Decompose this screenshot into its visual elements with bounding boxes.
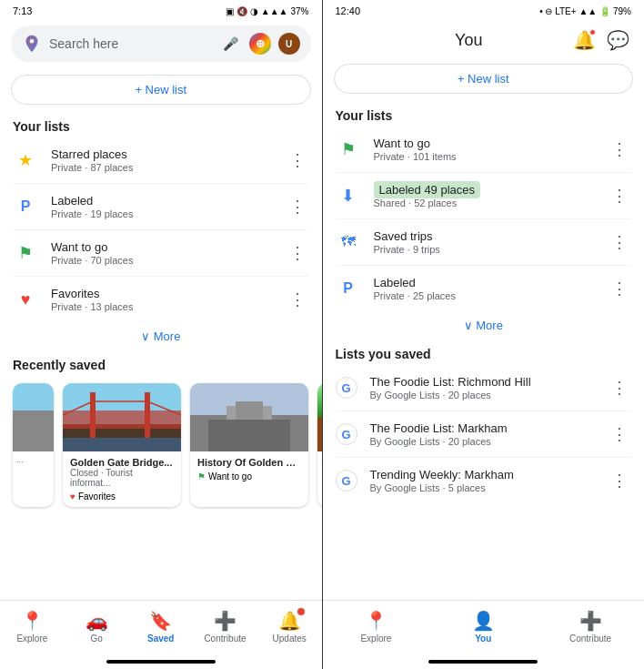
list-item-starred[interactable]: ★ Starred places Private · 87 places ⋮ [0, 137, 322, 183]
messages-icon[interactable]: 💬 [607, 29, 629, 51]
new-list-button[interactable]: + New list [11, 75, 311, 105]
lists-you-saved-title: Lists you saved [323, 340, 645, 365]
list-item-labeled[interactable]: P Labeled Private · 19 places ⋮ [0, 184, 322, 229]
right-battery: 79% [613, 6, 631, 16]
left-time: 7:13 [13, 5, 32, 16]
labeled-highlight-text: Labeled 49 places [374, 181, 481, 198]
golden-gate-tag: ♥ Favorites [70, 492, 174, 502]
history-image [190, 383, 308, 451]
right-list-item-labeled-highlight[interactable]: ⬇ Labeled 49 places Shared · 52 places ⋮ [323, 173, 645, 218]
saved-trips-name: Saved trips [374, 229, 596, 243]
nav-go[interactable]: 🚗 Go [65, 606, 129, 647]
right-nav-contribute[interactable]: ➕ Contribute [537, 606, 644, 647]
starred-meta: Private · 87 places [51, 162, 273, 173]
notifications-icon[interactable]: 🔔 [573, 29, 596, 51]
golden-gate-title: Golden Gate Bridge... [70, 457, 174, 468]
right-labeled-download-icon: ⬇ [336, 183, 361, 208]
saved-list-foodie-richmond[interactable]: G The Foodie List: Richmond Hill By Goog… [323, 365, 645, 411]
updates-label: Updates [273, 634, 307, 644]
right-you-icon: 👤 [472, 610, 495, 632]
notification-badge [589, 29, 596, 35]
history-tag: ⚑ Want to go [197, 471, 301, 481]
right-nav-you[interactable]: 👤 You [429, 606, 537, 647]
labeled-name: Labeled [51, 194, 273, 208]
saved-label: Saved [147, 634, 174, 644]
home-indicator-right [428, 660, 538, 664]
svg-rect-5 [145, 392, 150, 438]
nav-saved[interactable]: 🔖 Saved [128, 606, 193, 647]
right-status-bar: 12:40 • ⊖ LTE+ ▲▲ 🔋 79% [323, 0, 645, 20]
mic-icon[interactable]: 🎤 [220, 33, 242, 55]
want-to-go-tag-label: Want to go [208, 471, 252, 481]
lens-icon[interactable]: ⊕ [249, 33, 271, 55]
favorites-icon: ♥ [13, 287, 38, 312]
want-to-go-meta: Private · 70 places [51, 255, 273, 266]
right-labeled-detail: Private · 25 places [374, 290, 596, 301]
more-button[interactable]: ∨ More [0, 322, 322, 350]
foodie-markham-name: The Foodie List: Markham [370, 421, 596, 435]
svg-rect-14 [208, 420, 290, 451]
recently-saved-title: Recently saved [0, 350, 322, 376]
nav-explore[interactable]: 📍 Explore [0, 606, 65, 647]
saved-trips-more[interactable]: ⋮ [608, 228, 631, 256]
nav-contribute[interactable]: ➕ Contribute [193, 606, 257, 647]
saved-card-history[interactable]: History Of Golden G... ⚑ Want to go [190, 383, 308, 507]
saved-card-partial-left[interactable]: ... [13, 383, 54, 507]
left-phone: 7:13 ▣ 🔇 ◑ ▲▲▲ 37% Search here 🎤 ⊕ U + N… [0, 0, 323, 669]
right-contribute-icon: ➕ [579, 610, 602, 632]
trending-markham-name: Trending Weekly: Markham [370, 468, 596, 481]
right-new-list-button[interactable]: + New list [334, 64, 634, 94]
right-time: 12:40 [336, 5, 361, 16]
history-title: History Of Golden G... [197, 457, 301, 468]
labeled-more-icon[interactable]: ⋮ [286, 193, 309, 220]
starred-name: Starred places [51, 147, 273, 161]
nav-updates[interactable]: 🔔 Updates [257, 606, 322, 647]
foodie-markham-more[interactable]: ⋮ [608, 421, 631, 448]
search-input[interactable]: Search here [49, 36, 213, 51]
svg-rect-3 [63, 411, 181, 429]
foodie-richmond-more[interactable]: ⋮ [608, 374, 631, 401]
list-item-want-to-go[interactable]: ⚑ Want to go Private · 70 places ⋮ [0, 230, 322, 276]
search-bar[interactable]: Search here 🎤 ⊕ U [11, 25, 311, 62]
want-to-go-more-icon[interactable]: ⋮ [286, 239, 309, 267]
right-list-item-saved-trips[interactable]: 🗺 Saved trips Private · 9 trips ⋮ [323, 219, 645, 265]
favorites-tag-label: Favorites [78, 492, 116, 502]
battery-left: 37% [290, 6, 308, 16]
labeled-icon: P [13, 194, 38, 219]
favorites-more-icon[interactable]: ⋮ [286, 286, 309, 313]
google-g-icon-2: G [336, 423, 357, 445]
updates-icon-wrapper: 🔔 [278, 610, 301, 632]
saved-list-trending-markham[interactable]: G Trending Weekly: Markham By Google Lis… [323, 458, 645, 503]
go-label: Go [90, 634, 102, 644]
right-bottom-nav: 📍 Explore 👤 You ➕ Contribute [323, 600, 645, 656]
saved-icon: 🔖 [149, 610, 172, 632]
right-more-button[interactable]: ∨ More [323, 311, 645, 340]
home-indicator-left [106, 660, 216, 664]
starred-more-icon[interactable]: ⋮ [286, 147, 309, 174]
right-list-item-want-to-go[interactable]: ⚑ Want to go Private · 101 items ⋮ [323, 127, 645, 172]
trending-markham-more[interactable]: ⋮ [608, 467, 631, 494]
updates-badge [297, 608, 305, 615]
right-labeled-more2[interactable]: ⋮ [608, 275, 631, 302]
saved-card-golden-gate[interactable]: Golden Gate Bridge... Closed · Tourist i… [63, 383, 181, 507]
right-your-lists-title: Your lists [323, 101, 645, 127]
right-contribute-label: Contribute [569, 634, 611, 644]
right-list-item-labeled[interactable]: P Labeled Private · 25 places ⋮ [323, 266, 645, 311]
your-lists-title: Your lists [0, 112, 322, 137]
avatar[interactable]: U [278, 33, 300, 55]
right-nav-explore[interactable]: 📍 Explore [323, 606, 430, 647]
right-want-to-go-more[interactable]: ⋮ [608, 136, 631, 163]
right-status-icons: • ⊖ LTE+ ▲▲ 🔋 79% [539, 6, 631, 16]
svg-rect-4 [90, 392, 96, 438]
list-item-favorites[interactable]: ♥ Favorites Private · 13 places ⋮ [0, 277, 322, 322]
saved-list-foodie-markham[interactable]: G The Foodie List: Markham By Google Lis… [323, 411, 645, 457]
foodie-markham-meta: By Google Lists · 20 places [370, 436, 596, 447]
trending-markham-meta: By Google Lists · 5 places [370, 482, 596, 493]
saved-card-partial-right[interactable]: ... [317, 383, 322, 507]
right-header: You 🔔 💬 [323, 20, 645, 56]
right-labeled-more[interactable]: ⋮ [608, 182, 631, 209]
foodie-richmond-name: The Foodie List: Richmond Hill [370, 375, 596, 389]
right-you-label: You [475, 634, 491, 644]
golden-gate-subtitle: Closed · Tourist informat... [70, 468, 174, 488]
svg-rect-9 [63, 438, 181, 451]
